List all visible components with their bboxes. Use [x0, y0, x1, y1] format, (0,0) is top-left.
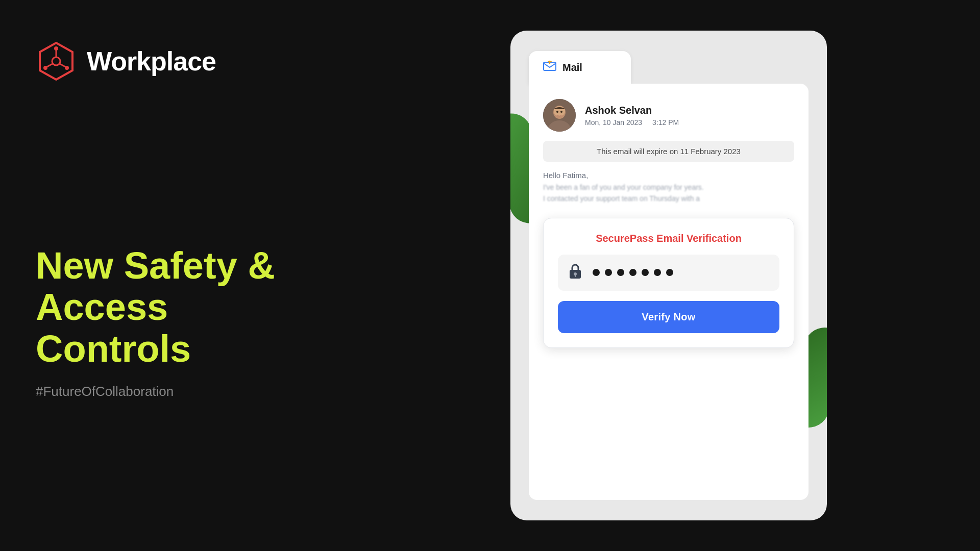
- verify-now-button[interactable]: Verify Now: [558, 301, 779, 333]
- logo-area: Workplace: [36, 41, 322, 82]
- dot-7: [666, 269, 673, 276]
- email-content-card: Ashok Selvan Mon, 10 Jan 2023 3:12 PM Th…: [529, 84, 808, 500]
- svg-point-13: [560, 111, 562, 113]
- svg-point-12: [556, 111, 558, 113]
- securepass-box: SecurePass Email Verification: [543, 218, 794, 348]
- hero-hashtag: #FutureOfCollaboration: [36, 384, 322, 399]
- dot-1: [593, 269, 600, 276]
- svg-point-1: [52, 57, 60, 65]
- workplace-logo-icon: [36, 41, 77, 82]
- dot-5: [642, 269, 649, 276]
- sender-meta: Mon, 10 Jan 2023 3:12 PM: [585, 118, 679, 127]
- code-input-row[interactable]: [558, 255, 779, 291]
- dot-4: [629, 269, 636, 276]
- password-dots: [593, 269, 673, 276]
- sender-avatar: [543, 99, 576, 132]
- dot-3: [617, 269, 624, 276]
- ui-mockup-card: Mail Ashok Se: [510, 31, 827, 520]
- mail-tab[interactable]: Mail: [529, 51, 631, 84]
- email-body: Hello Fatima, I've been a fan of you and…: [543, 171, 794, 205]
- sender-info: Ashok Selvan Mon, 10 Jan 2023 3:12 PM: [585, 105, 679, 127]
- email-header: Ashok Selvan Mon, 10 Jan 2023 3:12 PM: [543, 99, 794, 132]
- svg-point-5: [54, 46, 58, 51]
- left-panel: Workplace New Safety & Access Controls #…: [0, 0, 357, 551]
- right-panel: Mail Ashok Se: [357, 0, 980, 551]
- svg-point-7: [43, 66, 47, 70]
- email-body-text: I've been a fan of you and your company …: [543, 182, 794, 205]
- securepass-title: SecurePass Email Verification: [558, 233, 779, 244]
- expiry-banner: This email will expire on 11 February 20…: [543, 141, 794, 162]
- email-time: 3:12 PM: [652, 118, 679, 127]
- svg-rect-16: [575, 275, 576, 277]
- mail-icon: [543, 60, 556, 74]
- mail-tab-label: Mail: [562, 62, 582, 73]
- svg-point-6: [65, 66, 69, 70]
- lock-icon: [568, 263, 582, 283]
- dot-6: [654, 269, 661, 276]
- brand-name: Workplace: [87, 46, 216, 77]
- hero-headline: New Safety & Access Controls: [36, 245, 322, 369]
- dot-2: [605, 269, 612, 276]
- sender-name: Ashok Selvan: [585, 105, 679, 116]
- email-date: Mon, 10 Jan 2023: [585, 118, 642, 127]
- email-salutation: Hello Fatima,: [543, 171, 794, 180]
